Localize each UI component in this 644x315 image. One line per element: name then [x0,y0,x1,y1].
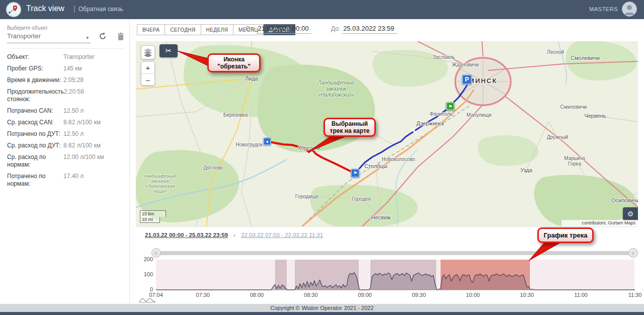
slider-handle-left[interactable]: || [151,248,161,258]
date-from-label: От: [246,25,255,32]
stat-value: 12.50 л [63,107,84,115]
map-label: Смолевичи [571,55,600,61]
map-label: Дятлово [204,165,223,171]
copyright-suffix: 2021 - 2022 [344,305,374,311]
stat-value: 17.40 л [63,173,84,188]
map-label: Столбцы [364,163,387,169]
annotation-text: Выбранный [325,120,374,127]
map-marker-flag-blue[interactable]: ⚑ [351,169,360,178]
bottom-strip [0,312,644,315]
stat-row: Ср. расход CAN:8.62 л/100 км [7,117,127,128]
delete-button[interactable] [115,30,127,42]
date-to-input[interactable]: 25.03.2022 23:59 [342,25,397,34]
x-tick-label: 08:30 [304,292,318,298]
stat-label: Ср. расход по нормам: [7,153,63,169]
x-tick-label: 11:30 [628,292,642,298]
stat-value: 8.62 л/100 км [63,142,101,149]
date-from-input[interactable]: 21.03.2022 00:00 [257,25,311,34]
y-tick-label: 200 [136,256,153,262]
gear-icon: ⚙ [627,210,634,218]
stat-row: Объект:Transporter [7,51,127,63]
map-label: «Налибокский» [318,92,354,98]
stat-row: Потрачено по нормам:17.40 л [7,171,127,190]
period-button-неделя[interactable]: НЕДЕЛЯ [201,24,234,35]
zoom-out-button[interactable]: − [141,74,154,86]
scale-km: 10 km [140,210,166,217]
chart-band-idle [437,260,440,290]
period-button-вчера[interactable]: ВЧЕРА [137,24,165,35]
stat-label: Продолжительность стоянок: [7,88,64,103]
map-marker-parking[interactable]: P [462,74,472,85]
x-tick-label: 10:30 [520,292,534,298]
stat-label: Потрачено по нормам: [7,173,63,188]
stat-value: 12.00 л/100 км [63,153,104,169]
refresh-button[interactable] [97,30,109,42]
annotation-text: трек на карте [325,127,374,134]
annotation-cut-icon: Иконка "обрезать" [207,53,261,72]
map-layers-button[interactable] [141,45,155,59]
user-menu[interactable]: MASTERS [589,2,637,17]
x-tick-label: 07:30 [196,292,210,298]
object-stats-list: Объект:TransporterПробег GPS:145 кмВремя… [7,51,127,190]
sidebar-panel: Выберите объект Transporter ▾ Объект:Tra… [0,19,130,304]
stat-value: 2:05:28 [63,76,84,84]
wialon-operator-link[interactable]: Wialon Operator [302,305,342,311]
stat-label: Пробег GPS: [7,65,63,72]
feedback-link[interactable]: Обратная связь [78,6,123,13]
x-tick-label: 10:00 [466,292,480,298]
copyright-prefix: Copyright © [270,305,299,311]
stat-value: 2:20:58 [64,88,84,103]
y-tick-label: 100 [136,271,153,277]
map-label: Лесной [547,49,564,55]
slider-handle-right[interactable]: || [628,248,638,258]
map-marker-flag-green[interactable]: ⚑ [446,102,455,111]
sidebar-divider [7,48,124,49]
map-label: Фаниполь [430,111,453,117]
date-to-field: До:25.03.2022 23:59 [331,25,397,34]
header-bar: Track view | Обратная связь MASTERS [0,0,644,19]
layers-icon [143,48,152,57]
app-logo-route-pin-icon [6,2,21,17]
trash-icon [117,32,125,41]
chevron-down-icon: ▾ [86,35,89,40]
chart-band-trip [275,260,287,290]
map-label: заказник [326,86,347,92]
map-settings-button[interactable]: ⚙ [623,207,638,220]
stat-label: Объект: [7,53,63,61]
annotation-track-chart: График трека [537,227,594,243]
map-label: Червень [584,113,606,119]
stat-label: Потрачено по ДУТ: [7,130,63,138]
map-label: Марьина [564,155,585,161]
refresh-icon [98,32,107,41]
map-label: Лида [245,75,258,82]
map-label: Дзержинск [417,120,444,126]
map-label: Узда [520,167,532,173]
chart-band-idle [156,260,274,290]
map-label: Ждановичи [452,62,478,67]
chart-band-idle [287,260,294,290]
object-select[interactable]: Transporter ▾ [7,32,91,43]
stat-label: Время в движении: [7,76,63,84]
stat-label: Ср. расход CAN: [7,119,63,126]
map-label: Новогрудок [235,142,262,147]
map-label: Новоколосово [382,156,415,162]
stat-row: Потрачено CAN:12.50 л [7,105,127,117]
stat-label: Потрачено CAN: [7,107,63,115]
cut-track-button[interactable]: ✂ [159,44,178,57]
map-label: Смиловичи [560,104,587,110]
map-label: МИНСК [469,77,498,85]
map-label: Горка [568,161,581,167]
map-label: Городище [295,194,318,199]
map-marker-point-blue[interactable]: ■ [263,137,271,145]
zoom-in-button[interactable]: + [141,62,154,74]
x-tick-label: 09:30 [412,292,426,298]
user-avatar-icon[interactable] [622,2,637,17]
object-select-label: Выберите объект [7,25,48,31]
stat-row: Ср. расход по ДУТ:8.62 л/100 км [7,140,127,151]
stat-label: Ср. расход по ДУТ: [7,142,63,149]
header-divider: | [73,5,75,13]
x-tick-label: 11:00 [574,292,588,298]
track-view-app: Track view | Обратная связь MASTERS Выбе… [0,0,644,315]
period-button-сегодня[interactable]: СЕГОДНЯ [165,24,201,35]
map-label: Ландшафтный [318,80,354,86]
